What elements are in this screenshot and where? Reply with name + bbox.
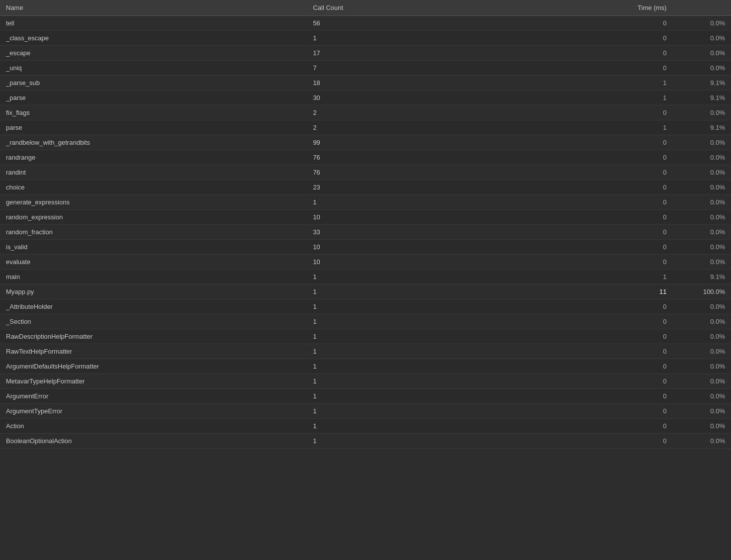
cell-time: 11	[614, 284, 673, 299]
cell-name: _parse	[0, 91, 307, 105]
cell-name: BooleanOptionalAction	[0, 434, 307, 449]
cell-time: 0	[614, 299, 673, 314]
cell-percent: 9.1%	[672, 120, 731, 135]
cell-percent: 0.0%	[672, 329, 731, 344]
cell-call-count: 30	[307, 91, 614, 105]
cell-name: _AttributeHolder	[0, 299, 307, 314]
cell-call-count: 1	[307, 404, 614, 419]
cell-name: is_valid	[0, 240, 307, 255]
cell-call-count: 1	[307, 389, 614, 404]
cell-percent: 0.0%	[672, 374, 731, 389]
cell-percent: 0.0%	[672, 61, 731, 76]
table-row[interactable]: fix_flags200.0%	[0, 105, 731, 120]
table-row[interactable]: ArgumentDefaultsHelpFormatter100.0%	[0, 359, 731, 374]
cell-name: RawTextHelpFormatter	[0, 344, 307, 359]
cell-percent: 0.0%	[672, 150, 731, 165]
cell-call-count: 1	[307, 270, 614, 284]
table-row[interactable]: _parse3019.1%	[0, 91, 731, 105]
cell-percent: 0.0%	[672, 165, 731, 180]
cell-percent: 0.0%	[672, 389, 731, 404]
cell-call-count: 1	[307, 314, 614, 329]
cell-name: randrange	[0, 150, 307, 165]
cell-percent: 9.1%	[672, 91, 731, 105]
cell-call-count: 18	[307, 76, 614, 91]
cell-call-count: 1	[307, 329, 614, 344]
cell-call-count: 1	[307, 359, 614, 374]
table-row[interactable]: is_valid1000.0%	[0, 240, 731, 255]
cell-name: MetavarTypeHelpFormatter	[0, 374, 307, 389]
table-row[interactable]: RawTextHelpFormatter100.0%	[0, 344, 731, 359]
header-name[interactable]: Name	[0, 0, 307, 16]
table-row[interactable]: parse219.1%	[0, 120, 731, 135]
profiler-table-container: Name Call Count Time (ms) tell5600.0%_cl…	[0, 0, 731, 449]
cell-percent: 0.0%	[672, 255, 731, 270]
cell-percent: 0.0%	[672, 180, 731, 195]
table-row[interactable]: random_expression1000.0%	[0, 210, 731, 225]
cell-call-count: 17	[307, 46, 614, 61]
table-row[interactable]: Action100.0%	[0, 419, 731, 434]
table-row[interactable]: randint7600.0%	[0, 165, 731, 180]
cell-call-count: 10	[307, 240, 614, 255]
table-row[interactable]: _Section100.0%	[0, 314, 731, 329]
table-row[interactable]: RawDescriptionHelpFormatter100.0%	[0, 329, 731, 344]
table-row[interactable]: choice2300.0%	[0, 180, 731, 195]
cell-percent: 0.0%	[672, 46, 731, 61]
cell-name: fix_flags	[0, 105, 307, 120]
table-row[interactable]: BooleanOptionalAction100.0%	[0, 434, 731, 449]
cell-name: generate_expressions	[0, 195, 307, 210]
cell-time: 0	[614, 419, 673, 434]
table-row[interactable]: evaluate1000.0%	[0, 255, 731, 270]
cell-name: _escape	[0, 46, 307, 61]
cell-percent: 9.1%	[672, 76, 731, 91]
cell-name: choice	[0, 180, 307, 195]
cell-name: random_fraction	[0, 225, 307, 240]
cell-time: 0	[614, 210, 673, 225]
table-row[interactable]: _AttributeHolder100.0%	[0, 299, 731, 314]
cell-name: parse	[0, 120, 307, 135]
cell-time: 0	[614, 389, 673, 404]
cell-time: 0	[614, 61, 673, 76]
table-row[interactable]: randrange7600.0%	[0, 150, 731, 165]
cell-percent: 0.0%	[672, 16, 731, 31]
cell-time: 1	[614, 120, 673, 135]
cell-time: 1	[614, 91, 673, 105]
header-call-count[interactable]: Call Count	[307, 0, 614, 16]
cell-call-count: 2	[307, 120, 614, 135]
cell-name: _uniq	[0, 61, 307, 76]
table-row[interactable]: generate_expressions100.0%	[0, 195, 731, 210]
table-row[interactable]: Myapp.py111100.0%	[0, 284, 731, 299]
table-row[interactable]: _uniq700.0%	[0, 61, 731, 76]
cell-time: 0	[614, 165, 673, 180]
cell-call-count: 10	[307, 255, 614, 270]
cell-name: ArgumentError	[0, 389, 307, 404]
cell-percent: 9.1%	[672, 270, 731, 284]
cell-time: 0	[614, 31, 673, 46]
cell-name: Myapp.py	[0, 284, 307, 299]
cell-time: 0	[614, 180, 673, 195]
cell-name: RawDescriptionHelpFormatter	[0, 329, 307, 344]
table-row[interactable]: _class_escape100.0%	[0, 31, 731, 46]
cell-time: 0	[614, 329, 673, 344]
table-row[interactable]: tell5600.0%	[0, 16, 731, 31]
cell-percent: 0.0%	[672, 31, 731, 46]
cell-call-count: 1	[307, 299, 614, 314]
cell-name: random_expression	[0, 210, 307, 225]
table-body: tell5600.0%_class_escape100.0%_escape170…	[0, 16, 731, 449]
table-row[interactable]: ArgumentError100.0%	[0, 389, 731, 404]
cell-name: tell	[0, 16, 307, 31]
cell-time: 0	[614, 255, 673, 270]
cell-percent: 0.0%	[672, 314, 731, 329]
table-row[interactable]: ArgumentTypeError100.0%	[0, 404, 731, 419]
table-row[interactable]: main119.1%	[0, 270, 731, 284]
cell-call-count: 10	[307, 210, 614, 225]
table-row[interactable]: _randbelow_with_getrandbits9900.0%	[0, 135, 731, 150]
table-header-row: Name Call Count Time (ms)	[0, 0, 731, 16]
cell-call-count: 33	[307, 225, 614, 240]
table-row[interactable]: MetavarTypeHelpFormatter100.0%	[0, 374, 731, 389]
table-row[interactable]: random_fraction3300.0%	[0, 225, 731, 240]
table-row[interactable]: _escape1700.0%	[0, 46, 731, 61]
table-row[interactable]: _parse_sub1819.1%	[0, 76, 731, 91]
header-time[interactable]: Time (ms)	[614, 0, 673, 16]
cell-name: ArgumentDefaultsHelpFormatter	[0, 359, 307, 374]
cell-call-count: 1	[307, 344, 614, 359]
